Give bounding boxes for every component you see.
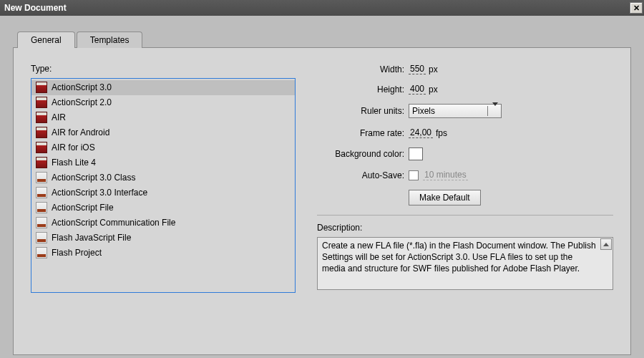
type-item[interactable]: Flash JavaScript File	[31, 231, 295, 246]
height-label: Height:	[317, 84, 409, 95]
type-item-label: Flash JavaScript File	[52, 233, 131, 243]
type-item[interactable]: ActionScript 2.0	[31, 95, 295, 110]
type-item-label: AIR for Android	[52, 127, 109, 137]
chevron-down-icon	[487, 106, 498, 116]
script-file-icon	[36, 217, 47, 228]
width-input[interactable]: 550	[409, 64, 426, 74]
bgcolor-label: Background color:	[317, 149, 409, 159]
type-item-label: ActionScript 3.0	[52, 82, 112, 92]
script-file-icon	[36, 172, 47, 183]
type-item[interactable]: Flash Project	[31, 246, 295, 261]
autosave-label: Auto-Save:	[317, 170, 409, 180]
flash-file-icon	[36, 82, 47, 93]
description-text: Create a new FLA file (*.fla) in the Fla…	[322, 240, 598, 275]
script-file-icon	[36, 187, 47, 198]
type-item[interactable]: ActionScript Communication File	[31, 216, 295, 231]
type-item[interactable]: ActionScript 3.0 Class	[31, 170, 295, 185]
description-box: Create a new FLA file (*.fla) in the Fla…	[317, 237, 613, 290]
type-item[interactable]: ActionScript File	[31, 200, 295, 216]
type-item-label: AIR for iOS	[52, 142, 95, 153]
description-label: Description:	[317, 223, 613, 233]
type-item[interactable]: AIR	[31, 110, 295, 125]
ruler-units-value: Pixels	[412, 106, 435, 116]
ruler-units-select[interactable]: Pixels	[409, 104, 502, 118]
tab-general[interactable]: General	[17, 32, 75, 48]
height-unit: px	[429, 84, 438, 95]
type-item-label: ActionScript 3.0 Class	[52, 173, 135, 183]
type-item[interactable]: AIR for Android	[31, 125, 295, 140]
type-item[interactable]: ActionScript 3.0	[31, 80, 295, 95]
type-item-label: AIR	[52, 112, 66, 122]
type-label: Type:	[31, 64, 296, 74]
flash-file-icon	[36, 142, 47, 153]
height-input[interactable]: 400	[409, 84, 426, 95]
type-list[interactable]: ActionScript 3.0ActionScript 2.0AIRAIR f…	[31, 78, 296, 293]
type-item-label: ActionScript 2.0	[52, 97, 112, 107]
framerate-unit: fps	[436, 128, 447, 138]
tab-body: Type: ActionScript 3.0ActionScript 2.0AI…	[13, 47, 631, 355]
flash-file-icon	[36, 112, 47, 123]
width-unit: px	[429, 64, 438, 74]
script-file-icon	[36, 247, 47, 258]
flash-file-icon	[36, 127, 47, 138]
chevron-up-icon	[603, 243, 609, 246]
type-item[interactable]: AIR for iOS	[31, 140, 295, 155]
script-file-icon	[36, 232, 47, 243]
framerate-label: Frame rate:	[317, 128, 409, 138]
scroll-up-button[interactable]	[600, 238, 612, 250]
autosave-interval: 10 minutes	[423, 170, 468, 180]
type-item-label: ActionScript 3.0 Interface	[52, 188, 147, 198]
type-item-label: ActionScript File	[52, 203, 114, 213]
type-item-label: Flash Project	[52, 248, 102, 258]
flash-file-icon	[36, 157, 47, 168]
script-file-icon	[36, 202, 47, 213]
bgcolor-swatch[interactable]	[409, 147, 423, 160]
window-title: New Document	[4, 3, 67, 13]
framerate-input[interactable]: 24,00	[409, 127, 433, 138]
tab-templates[interactable]: Templates	[77, 32, 143, 48]
flash-file-icon	[36, 97, 47, 108]
width-label: Width:	[317, 64, 409, 74]
type-item[interactable]: ActionScript 3.0 Interface	[31, 185, 295, 200]
make-default-button[interactable]: Make Default	[409, 190, 481, 205]
autosave-checkbox[interactable]	[409, 170, 419, 180]
tab-row: General Templates	[17, 32, 631, 48]
type-item-label: ActionScript Communication File	[52, 218, 175, 228]
title-bar: New Document ✕	[0, 0, 644, 16]
type-item-label: Flash Lite 4	[52, 158, 96, 168]
close-button[interactable]: ✕	[630, 2, 643, 14]
type-item[interactable]: Flash Lite 4	[31, 155, 295, 170]
ruler-units-label: Ruler units:	[317, 106, 409, 116]
